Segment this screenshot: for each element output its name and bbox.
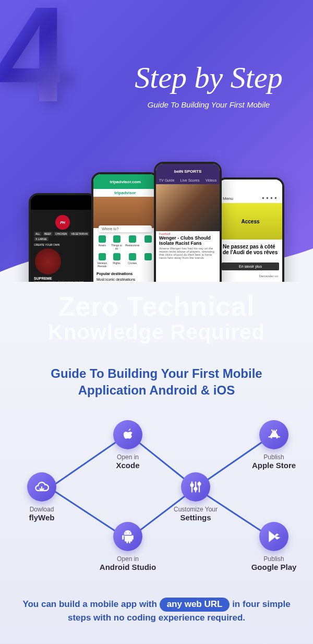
hero-title-block: Step by Step Guide To Building Your Firs… bbox=[115, 60, 303, 109]
node-publish-google-play: PublishGoogle Play bbox=[243, 522, 305, 571]
guide-title: Guide To Building Your First Mobile Appl… bbox=[0, 365, 313, 399]
phone-mockups: PH ALLBEEFCHICKENVEGETARIANX LARGE CREAT… bbox=[0, 162, 313, 282]
node-open-xcode: Open inXcode bbox=[97, 420, 159, 470]
pizzahut-tabs: ALLBEEFCHICKENVEGETARIANX LARGE bbox=[34, 232, 91, 241]
flow-diagram: DowloadflyWeb Open inXcode Open inAndroi… bbox=[16, 420, 297, 582]
big-number-four: 4 bbox=[0, 0, 60, 109]
pizzahut-logo-icon: PH bbox=[55, 215, 70, 230]
phone-mockup-beinsports: beIN SPORTS TV GuideLive ScoresVideos Fo… bbox=[154, 162, 222, 282]
hero-script-title: Step by Step bbox=[115, 60, 303, 95]
phone-mockup-audi: Menu⚬⚬⚬⚬ Access Ne passez pas à côté de … bbox=[216, 177, 284, 282]
sliders-settings-icon bbox=[181, 472, 210, 502]
tripadvisor-hero-image: Where to? bbox=[93, 197, 157, 228]
app-store-icon bbox=[259, 420, 288, 449]
phone-mockup-pizzahut: PH ALLBEEFCHICKENVEGETARIANX LARGE CREAT… bbox=[29, 193, 97, 282]
svg-point-11 bbox=[191, 484, 194, 486]
bein-article-image bbox=[156, 184, 220, 231]
node-customize-settings: Customize YourSettings bbox=[164, 472, 227, 522]
pizza-image-icon bbox=[35, 248, 61, 275]
apple-logo-icon bbox=[113, 420, 142, 449]
node-download-flyweb: DowloadflyWeb bbox=[10, 472, 73, 522]
watermark-text: Zero Technical Knowledge Required bbox=[0, 292, 313, 343]
hero-banner: 4 Step by Step Guide To Building Your Fi… bbox=[0, 0, 313, 282]
tripadvisor-category-grid: Hotels Things to do Restaurants Vacation… bbox=[93, 228, 157, 271]
url-pill-highlight: any web URL bbox=[160, 598, 230, 612]
guide-section: Zero Technical Knowledge Required Guide … bbox=[0, 282, 313, 644]
audi-car-image: Access bbox=[219, 203, 282, 240]
svg-point-12 bbox=[195, 487, 197, 490]
footer-description: You can build a mobile app with any web … bbox=[0, 598, 313, 624]
svg-point-6 bbox=[126, 532, 127, 533]
hero-subtitle: Guide To Building Your First Mobile bbox=[115, 100, 303, 109]
svg-point-13 bbox=[198, 483, 201, 485]
bein-tabs: TV GuideLive ScoresVideos bbox=[156, 178, 220, 184]
download-cloud-icon bbox=[27, 472, 56, 502]
svg-point-7 bbox=[129, 532, 130, 533]
android-logo-icon bbox=[113, 522, 142, 551]
google-play-icon bbox=[259, 522, 288, 551]
node-publish-apple-store: PublishApple Store bbox=[243, 420, 305, 470]
phone-mockup-tripadvisor: tripadvisor.com tripadvisor Where to? Ho… bbox=[91, 172, 159, 282]
node-open-android-studio: Open inAndroid Studio bbox=[97, 522, 159, 571]
